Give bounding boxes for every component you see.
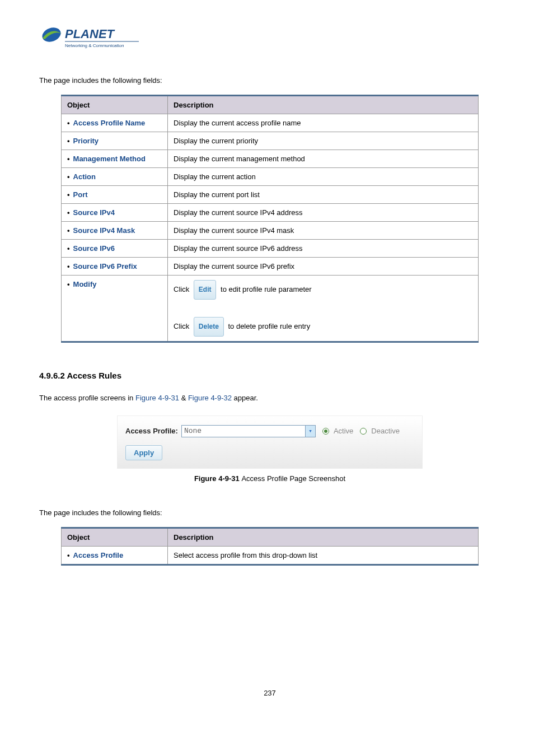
section-heading: 4.9.6.2 Access Rules (39, 371, 500, 380)
table-row: •PortDisplay the current port list (62, 186, 479, 204)
fields-table-1: Object Description •Access Profile NameD… (61, 95, 479, 343)
brand-name: PLANET (65, 27, 115, 41)
brand-tagline: Networking & Communication (65, 43, 124, 48)
text: to edit profile rule parameter (221, 285, 312, 293)
table-row: •Management MethodDisplay the current ma… (62, 150, 479, 168)
figure-caption: Figure 4-9-31 Access Profile Page Screen… (39, 474, 500, 483)
obj-label: Source IPv4 (73, 208, 115, 217)
desc-text: Display the current source IPv4 mask (168, 222, 479, 240)
desc-text: Display the current priority (168, 132, 479, 150)
obj-label: Access Profile Name (73, 119, 146, 127)
edit-button[interactable]: Edit (194, 280, 217, 300)
intro-text-2: The page includes the following fields: (39, 508, 500, 517)
desc-text: Select access profile from this drop-dow… (168, 546, 479, 564)
figure-number: Figure 4-9-31 (194, 474, 242, 483)
chevron-down-icon: ▾ (305, 426, 315, 437)
obj-label: Modify (73, 280, 97, 288)
text: appear. (232, 394, 258, 402)
page-number: 237 (39, 689, 500, 697)
obj-label: Port (73, 190, 88, 199)
obj-label: Access Profile (73, 551, 124, 559)
col-description: Description (168, 96, 479, 114)
deactive-radio-label: Deactive (371, 427, 400, 435)
table-row: •Source IPv4Display the current source I… (62, 204, 479, 222)
delete-button[interactable]: Delete (194, 317, 224, 337)
table-row-modify: •Modify Click Edit to edit profile rule … (62, 276, 479, 342)
svg-point-0 (40, 25, 63, 44)
table-row: •PriorityDisplay the current priority (62, 132, 479, 150)
select-value: None (182, 427, 202, 435)
figure-link-2[interactable]: Figure 4-9-32 (188, 394, 232, 402)
active-radio[interactable] (322, 428, 329, 435)
table-row: •Source IPv6Display the current source I… (62, 240, 479, 258)
active-radio-label: Active (334, 427, 353, 435)
obj-label: Action (73, 172, 96, 181)
brand-logo: PLANET Networking & Communication (39, 22, 140, 54)
table-row: •Access Profile NameDisplay the current … (62, 114, 479, 132)
obj-label: Priority (73, 137, 99, 145)
text: The access profile screens in (39, 394, 135, 402)
desc-text: Display the current port list (168, 186, 479, 204)
table-row: •Source IPv6 PrefixDisplay the current s… (62, 258, 479, 276)
table-row: •ActionDisplay the current action (62, 168, 479, 186)
table-row: •Source IPv4 MaskDisplay the current sou… (62, 222, 479, 240)
intro-text-1: The page includes the following fields: (39, 76, 500, 85)
col-description: Description (168, 528, 479, 546)
desc-text: Display the current action (168, 168, 479, 186)
obj-label: Source IPv6 Prefix (73, 262, 137, 270)
table-row: •Access Profile Select access profile fr… (62, 546, 479, 564)
apply-button[interactable]: Apply (125, 445, 162, 460)
deactive-radio[interactable] (360, 428, 367, 435)
fields-table-2: Object Description •Access Profile Selec… (61, 527, 479, 566)
access-profile-screenshot: Access Profile: None ▾ Active Deactive A… (117, 416, 423, 469)
obj-label: Source IPv6 (73, 244, 115, 253)
col-object: Object (62, 528, 168, 546)
access-profile-select[interactable]: None ▾ (181, 425, 316, 437)
text: Click (174, 285, 189, 293)
figure-desc: Access Profile Page Screenshot (241, 474, 345, 483)
text: & (179, 394, 188, 402)
text: to delete profile rule entry (228, 322, 310, 330)
access-profile-label: Access Profile: (125, 427, 178, 435)
obj-label: Source IPv4 Mask (73, 226, 135, 235)
desc-text: Display the current access profile name (168, 114, 479, 132)
text: Click (174, 322, 189, 330)
desc-text: Display the current management method (168, 150, 479, 168)
obj-label: Management Method (73, 155, 146, 163)
desc-text: Display the current source IPv4 address (168, 204, 479, 222)
desc-text: Display the current source IPv6 prefix (168, 258, 479, 276)
figure-link-1[interactable]: Figure 4-9-31 (135, 394, 179, 402)
col-object: Object (62, 96, 168, 114)
desc-text: Display the current source IPv6 address (168, 240, 479, 258)
body-sentence: The access profile screens in Figure 4-9… (39, 394, 500, 402)
